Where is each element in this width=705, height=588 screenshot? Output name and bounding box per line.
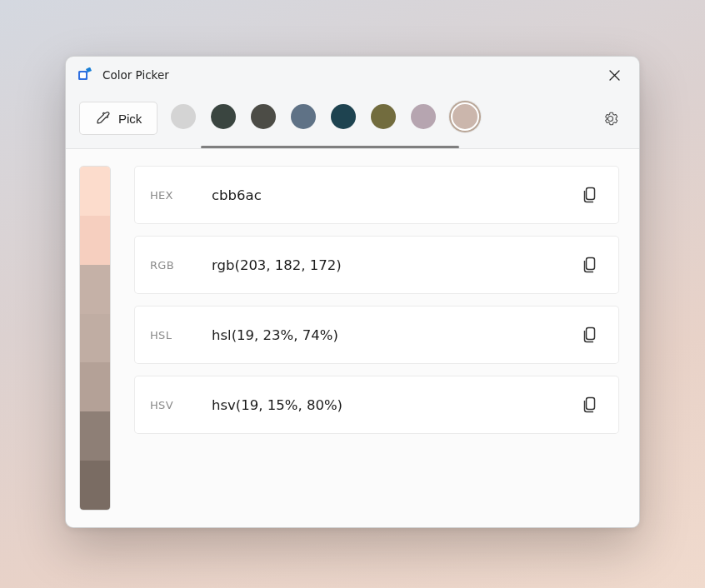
shade-5[interactable] xyxy=(80,411,110,461)
copy-button[interactable] xyxy=(575,251,603,279)
app-icon xyxy=(78,67,92,82)
svg-rect-1 xyxy=(80,72,86,78)
shade-3[interactable] xyxy=(80,314,110,363)
swatch-1[interactable] xyxy=(211,104,236,129)
content-area: HEXcbb6acRGBrgb(203, 182, 172)HSLhsl(19,… xyxy=(66,149,639,527)
eyedropper-icon xyxy=(95,111,110,126)
titlebar: Color Picker xyxy=(66,57,639,93)
copy-icon xyxy=(582,326,597,343)
format-row-hsl[interactable]: HSLhsl(19, 23%, 74%) xyxy=(134,306,619,364)
svg-rect-5 xyxy=(587,398,595,410)
copy-icon xyxy=(582,396,597,413)
copy-icon xyxy=(582,187,597,203)
format-row-hex[interactable]: HEXcbb6ac xyxy=(134,166,619,224)
toolbar: Pick xyxy=(66,93,639,149)
gear-icon xyxy=(602,111,618,127)
swatch-6[interactable] xyxy=(411,104,436,129)
shade-2[interactable] xyxy=(80,265,110,314)
swatch-row xyxy=(171,102,581,134)
svg-rect-2 xyxy=(587,188,595,200)
shade-0[interactable] xyxy=(80,167,110,216)
format-label: HSL xyxy=(150,329,203,341)
format-label: HEX xyxy=(150,189,203,202)
swatch-2[interactable] xyxy=(251,104,276,129)
copy-button[interactable] xyxy=(575,181,603,209)
svg-rect-3 xyxy=(587,258,595,270)
format-label: HSV xyxy=(150,399,203,411)
copy-icon xyxy=(582,257,597,273)
format-value: rgb(203, 182, 172) xyxy=(212,257,567,273)
format-row-rgb[interactable]: RGBrgb(203, 182, 172) xyxy=(134,236,619,294)
swatch-7[interactable] xyxy=(451,102,479,131)
color-picker-window: Color Picker Pick H xyxy=(65,56,640,528)
format-row-hsv[interactable]: HSVhsv(19, 15%, 80%) xyxy=(134,376,619,434)
svg-rect-4 xyxy=(587,328,595,340)
swatch-0[interactable] xyxy=(171,104,196,129)
close-button[interactable] xyxy=(598,61,631,89)
shade-1[interactable] xyxy=(80,216,110,265)
format-value: cbb6ac xyxy=(212,187,567,203)
close-icon xyxy=(609,70,620,81)
swatch-5[interactable] xyxy=(371,104,396,129)
settings-button[interactable] xyxy=(594,102,626,134)
format-label: RGB xyxy=(150,259,203,272)
copy-button[interactable] xyxy=(575,321,603,349)
format-value: hsl(19, 23%, 74%) xyxy=(212,327,567,343)
pick-button[interactable]: Pick xyxy=(79,102,158,135)
shade-6[interactable] xyxy=(80,461,110,510)
swatch-3[interactable] xyxy=(291,104,316,129)
shade-strip[interactable] xyxy=(79,166,111,511)
format-value: hsv(19, 15%, 80%) xyxy=(212,397,567,413)
shade-4[interactable] xyxy=(80,362,110,411)
swatch-4[interactable] xyxy=(331,104,356,129)
pick-button-label: Pick xyxy=(118,112,142,126)
copy-button[interactable] xyxy=(575,391,603,419)
app-title: Color Picker xyxy=(102,68,169,82)
formats-list: HEXcbb6acRGBrgb(203, 182, 172)HSLhsl(19,… xyxy=(134,166,619,511)
swatch-scrollbar[interactable] xyxy=(201,146,459,148)
